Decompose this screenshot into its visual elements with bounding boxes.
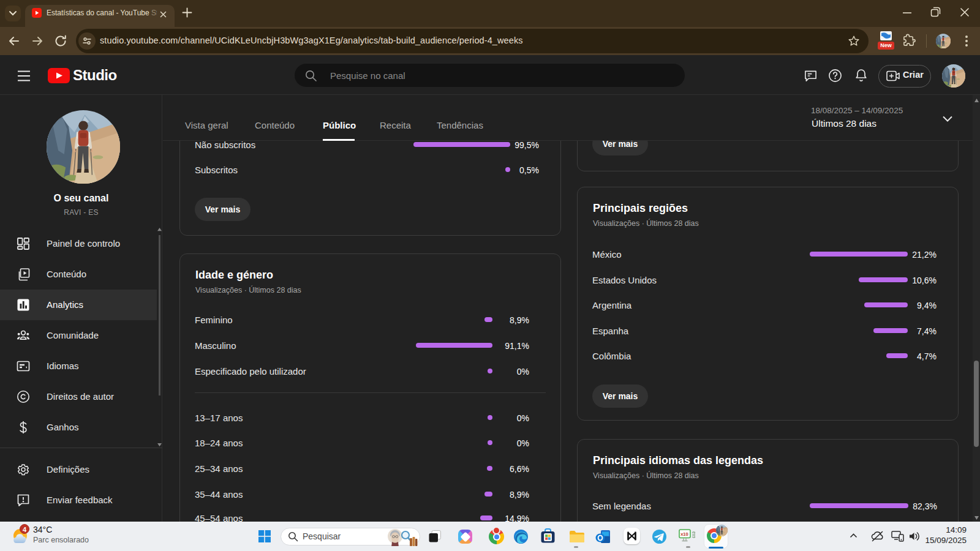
- svg-text:x10: x10: [680, 531, 688, 537]
